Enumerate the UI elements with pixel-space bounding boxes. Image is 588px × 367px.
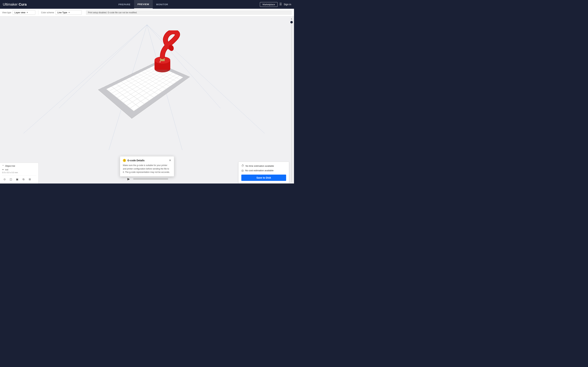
apps-grid-icon[interactable]: ⠿ bbox=[279, 2, 282, 7]
logo-area: Ultimaker Cura bbox=[3, 2, 26, 7]
object-icon-1[interactable]: ⊙ bbox=[2, 177, 7, 182]
collapse-icon[interactable]: ⌃ bbox=[2, 165, 4, 167]
popup-close-button[interactable]: ✕ bbox=[169, 159, 171, 162]
cost-icon: ◎ bbox=[241, 169, 244, 172]
signin-button[interactable]: Sign in bbox=[284, 3, 291, 6]
nav-monitor[interactable]: MONITOR bbox=[153, 0, 172, 9]
object-list-header: ⌃ Object list bbox=[2, 165, 36, 167]
object-list-label: Object list bbox=[5, 165, 15, 167]
object-item: ✏ out bbox=[2, 168, 36, 171]
clock-icon: ⏱ bbox=[241, 164, 244, 167]
view-type-label: View type bbox=[2, 11, 11, 14]
popup-header: ! G-code Details ✕ bbox=[123, 159, 171, 162]
view-type-group: View type Layer view ▼ bbox=[2, 10, 35, 15]
popup-body: Make sure the g-code is suitable for you… bbox=[123, 164, 171, 174]
tool-icons: ⊙ ◫ ▣ ⧉ ⊞ bbox=[2, 175, 36, 182]
play-button[interactable]: ▶ bbox=[126, 176, 131, 182]
header-right: Marketplace ⠿ Sign in bbox=[260, 2, 291, 7]
toolbar-divider bbox=[38, 10, 38, 15]
object-name-text: out bbox=[5, 168, 8, 171]
object-icon-5[interactable]: ⊞ bbox=[27, 177, 32, 182]
time-estimate-label: No time estimation available bbox=[245, 165, 274, 167]
nav-preview[interactable]: PREVIEW bbox=[134, 0, 153, 9]
layer-number: 1 bbox=[291, 18, 292, 20]
gcode-popup: ! G-code Details ✕ Make sure the g-code … bbox=[120, 156, 174, 176]
warning-icon: ! bbox=[123, 159, 126, 162]
color-scheme-arrow-icon: ▼ bbox=[68, 12, 70, 13]
cost-estimate-label: No cost estimation available bbox=[245, 169, 274, 172]
object-icon-4[interactable]: ⧉ bbox=[21, 177, 26, 182]
edit-icon: ✏ bbox=[2, 168, 4, 171]
3d-viewport[interactable]: (function() { var d = document.currentSc… bbox=[0, 17, 294, 184]
logo-ultimaker: Ultimaker bbox=[3, 2, 17, 7]
color-scheme-value: Line Type bbox=[57, 11, 67, 14]
popup-title-row: ! G-code Details bbox=[123, 159, 145, 162]
toolbar-notice: Print setup disabled. G-code file can no… bbox=[86, 10, 292, 15]
color-scheme-group: Color scheme Line Type ▼ bbox=[41, 10, 82, 15]
slider-track[interactable] bbox=[291, 21, 292, 182]
main-nav: PREPARE PREVIEW MONITOR bbox=[115, 0, 172, 9]
object-dimensions: 0.0 x 0.0 x 0.0 mm bbox=[2, 171, 36, 174]
color-scheme-label: Color scheme bbox=[41, 11, 54, 14]
view-type-arrow-icon: ▼ bbox=[26, 12, 28, 13]
progress-bar[interactable] bbox=[133, 178, 168, 180]
layer-slider[interactable]: 1 bbox=[289, 17, 294, 184]
object-list-panel: ⌃ Object list ✏ out 0.0 x 0.0 x 0.0 mm ⊙… bbox=[0, 163, 38, 184]
logo-cura: Cura bbox=[18, 2, 26, 7]
slider-thumb[interactable] bbox=[290, 21, 293, 23]
3d-object bbox=[143, 30, 182, 76]
print-info-panel: ⏱ No time estimation available ◎ No cost… bbox=[238, 162, 289, 184]
cost-estimate-row: ◎ No cost estimation available bbox=[241, 169, 286, 172]
object-icon-2[interactable]: ◫ bbox=[9, 177, 13, 182]
header: Ultimaker Cura PREPARE PREVIEW MONITOR M… bbox=[0, 0, 294, 9]
popup-title: G-code Details bbox=[127, 159, 145, 162]
time-estimate-row: ⏱ No time estimation available bbox=[241, 164, 286, 167]
marketplace-button[interactable]: Marketplace bbox=[260, 2, 277, 7]
object-svg bbox=[143, 30, 182, 79]
view-type-select[interactable]: Layer view ▼ bbox=[13, 10, 35, 15]
color-scheme-select[interactable]: Line Type ▼ bbox=[55, 10, 82, 15]
save-to-disk-button[interactable]: Save to Disk bbox=[241, 175, 286, 181]
toolbar: View type Layer view ▼ Color scheme Line… bbox=[0, 9, 294, 17]
nav-prepare[interactable]: PREPARE bbox=[115, 0, 134, 9]
view-type-value: Layer view bbox=[15, 11, 25, 14]
main-area: (function() { var d = document.currentSc… bbox=[0, 17, 294, 184]
object-icon-3[interactable]: ▣ bbox=[15, 177, 20, 182]
